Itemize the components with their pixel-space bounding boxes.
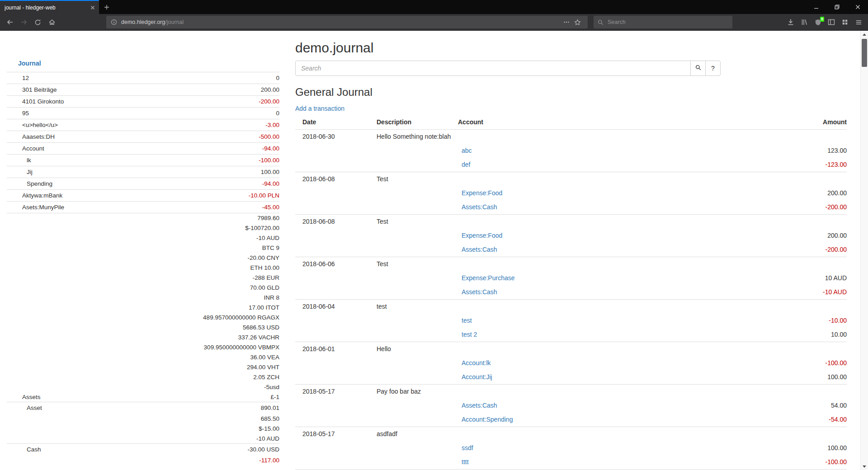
sidebar-account-link[interactable]: 95	[7, 110, 29, 117]
sidebar-balance-amount: -288 EUR	[253, 274, 279, 281]
sidebar-account-row: 950	[7, 107, 279, 119]
sidebar-account-link[interactable]: Spending	[7, 180, 52, 187]
sidebar-balance-amount: 70.00 GLD	[250, 284, 279, 291]
scrollbar-down-icon[interactable]	[861, 463, 868, 470]
posting-account-link[interactable]: test 2	[462, 331, 477, 338]
transaction-description: asdfadf	[372, 427, 453, 442]
window-minimize-button[interactable]	[806, 0, 826, 14]
posting-account-link[interactable]: Assets:Cash	[462, 288, 497, 296]
back-button[interactable]	[3, 16, 17, 29]
search-icon	[598, 19, 604, 25]
grid-icon[interactable]	[838, 16, 852, 29]
transaction-date: 2018-05-17	[295, 427, 372, 442]
posting-account-link[interactable]: Assets:Cash	[462, 402, 497, 409]
posting-account-link[interactable]: Expense:Food	[462, 232, 502, 239]
sidebar-account-link[interactable]: Asset	[7, 404, 42, 411]
sidebar-balance-amount: -45.00	[262, 204, 279, 211]
add-transaction-link[interactable]: Add a transaction	[295, 105, 344, 112]
sidebar-account-link[interactable]: <u>hello</u>	[7, 122, 58, 128]
posting-account-link[interactable]: Assets:Cash	[462, 246, 497, 253]
sidebar-account-link[interactable]: Aaasets:DH	[7, 133, 55, 140]
sidebar-balance-line: 685.50	[7, 414, 279, 423]
downloads-icon[interactable]	[784, 16, 797, 29]
posting-row: test-10.00	[295, 314, 847, 328]
sidebar-balance-amount: -3.00	[265, 122, 279, 128]
browser-search-field[interactable]	[594, 16, 732, 28]
sidebar-account-link[interactable]: lk	[7, 157, 31, 164]
sidebar-toggle-icon[interactable]	[825, 16, 838, 29]
transaction-description: test	[372, 300, 453, 314]
sidebar-balance-amount: -10 AUD	[256, 435, 279, 442]
sidebar-balance-amount: 5686.53 USD	[243, 324, 279, 331]
search-help-button[interactable]: ?	[705, 61, 721, 76]
sidebar-account-link[interactable]: Cash	[7, 446, 41, 453]
posting-account-link[interactable]: Account:Spending	[462, 416, 513, 423]
sidebar-balance-line: 70.00 GLD	[7, 282, 279, 292]
page-scrollbar[interactable]	[860, 31, 868, 470]
sidebar-account-row: 120	[7, 72, 279, 84]
browser-search-input[interactable]	[607, 19, 728, 26]
browser-tab[interactable]: journal - hledger-web	[0, 0, 99, 14]
sidebar-balance-line: 309.950000000000 VBMPX	[7, 342, 279, 352]
posting-account-link[interactable]: ssdf	[462, 444, 473, 451]
posting-row: Account:lk-100.00	[295, 356, 847, 370]
extension-badge: 0	[820, 17, 824, 22]
reload-button[interactable]	[31, 16, 45, 29]
sidebar-account-row: Cash-30.00 USD	[7, 443, 279, 455]
sidebar-account-link[interactable]: 12	[7, 75, 29, 81]
bookmark-star-icon[interactable]	[572, 19, 583, 26]
forward-button[interactable]	[17, 16, 31, 29]
page-actions-icon[interactable]	[561, 19, 572, 25]
sidebar-account-link[interactable]: Asets:MunyPile	[7, 204, 64, 211]
posting-amount: 200.00	[738, 229, 847, 243]
toolbar-icons: 0	[784, 16, 865, 29]
posting-account-link[interactable]: Expense:Food	[462, 189, 502, 197]
url-bar[interactable]: demo.hledger.org/journal	[106, 16, 588, 28]
journal-table: Date Description Account Amount 2018-06-…	[295, 115, 847, 470]
sidebar-account-link[interactable]: 4101 Girokonto	[7, 98, 64, 105]
section-title: General Journal	[295, 86, 847, 99]
posting-account-link[interactable]: test	[462, 317, 472, 324]
sidebar-account-link[interactable]: Jij	[7, 169, 33, 175]
sidebar-balance-amount: -30.00 USD	[247, 446, 279, 453]
sidebar-journal-link[interactable]: Journal	[7, 59, 279, 68]
posting-account-link[interactable]: Account:Jij	[462, 373, 492, 381]
posting-account-link[interactable]: Expense:Purchase	[462, 274, 515, 282]
transaction-date: 2018-05-17	[295, 385, 372, 399]
posting-account-link[interactable]: Account:lk	[462, 359, 491, 367]
new-tab-button[interactable]	[99, 0, 114, 14]
site-info-icon[interactable]	[111, 19, 117, 25]
journal-search: ?	[295, 61, 721, 76]
transaction-date: 2018-06-04	[295, 300, 372, 314]
posting-row: Expense:Food200.00	[295, 186, 847, 200]
sidebar-account-row: Asset890.01	[7, 402, 279, 414]
extension-icon[interactable]: 0	[811, 16, 825, 29]
scrollbar-thumb[interactable]	[862, 39, 867, 67]
posting-row: Expense:Purchase10 AUD	[295, 271, 847, 285]
sidebar-balance-amount: $-100720.00	[245, 225, 279, 231]
posting-amount: -200.00	[738, 200, 847, 215]
sidebar-account-row: Asets:MunyPile-45.00	[7, 201, 279, 213]
sidebar-account-row: 301 Beiträge200.00	[7, 84, 279, 95]
posting-account-link[interactable]: tttt	[462, 458, 469, 465]
sidebar-account-link[interactable]: 301 Beiträge	[7, 86, 57, 93]
posting-account-link[interactable]: def	[462, 161, 470, 168]
library-icon[interactable]	[797, 16, 811, 29]
scrollbar-up-icon[interactable]	[861, 31, 868, 38]
posting-row: Assets:Cash54.00	[295, 399, 847, 413]
sidebar-account-link[interactable]: Aktywa:mBank	[7, 192, 62, 199]
journal-search-input[interactable]	[295, 61, 691, 76]
posting-account-link[interactable]: Assets:Cash	[462, 203, 497, 211]
posting-amount: 10 AUD	[738, 271, 847, 285]
journal-search-button[interactable]	[690, 61, 706, 76]
menu-icon[interactable]	[852, 16, 865, 29]
posting-amount: -123.00	[738, 158, 847, 172]
window-restore-button[interactable]	[826, 0, 847, 14]
tab-close-icon[interactable]	[89, 4, 96, 11]
sidebar-balance-amount: 0	[276, 75, 279, 81]
home-button[interactable]	[45, 16, 59, 29]
sidebar-account-link[interactable]: Account	[7, 145, 44, 152]
posting-account-link[interactable]: abc	[462, 147, 472, 154]
sidebar-account-link[interactable]: Assets	[7, 394, 41, 400]
window-close-button[interactable]	[847, 0, 868, 14]
